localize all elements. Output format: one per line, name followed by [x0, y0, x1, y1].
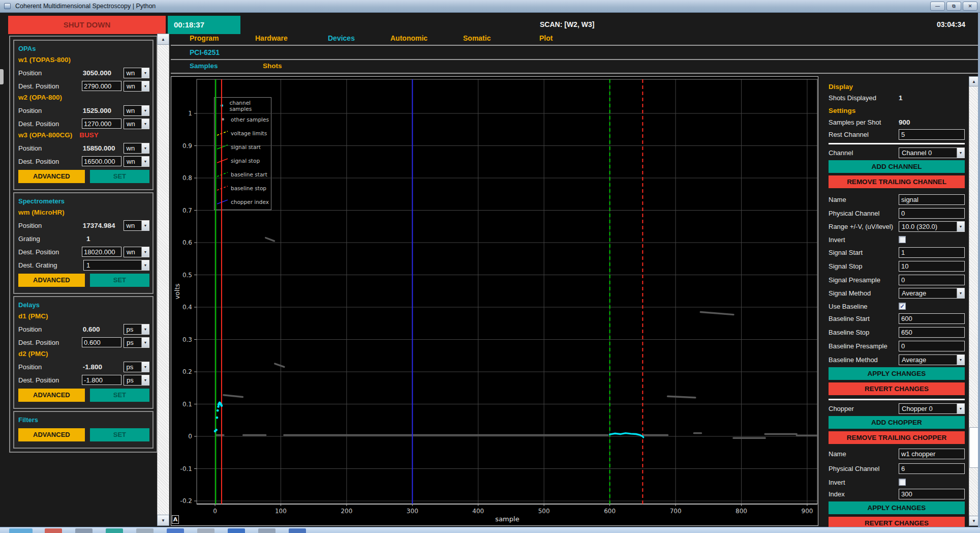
units-dropdown[interactable]: wn▼	[124, 68, 149, 78]
motor-name: w3 (OPA-800CG)BUSY	[18, 130, 149, 141]
tab-samples[interactable]: Samples	[190, 62, 218, 70]
panel-title: Spectrometers	[18, 196, 149, 208]
dest-grating-dropdown[interactable]: 1▼	[83, 260, 149, 271]
window-titlebar[interactable]: Coherent Multidimensional Spectroscopy |…	[0, 0, 980, 13]
taskbar-icon[interactable]	[258, 528, 275, 533]
menu-devices[interactable]: Devices	[328, 34, 355, 42]
tab-shots[interactable]: Shots	[263, 62, 282, 70]
taskbar-icon[interactable]	[45, 528, 62, 533]
chopper-invert-checkbox[interactable]	[899, 479, 906, 486]
signal-presample-input[interactable]	[899, 275, 965, 285]
units-dropdown[interactable]: wn▼	[124, 247, 149, 257]
shots-displayed-value: 1	[899, 94, 965, 102]
chopper-dropdown[interactable]: Chopper 0▼	[899, 403, 965, 414]
dest-position-input[interactable]	[82, 247, 121, 257]
set-button[interactable]: SET	[90, 170, 149, 183]
plot-corner-label[interactable]: A	[172, 515, 179, 524]
chopper-name-input[interactable]	[899, 449, 965, 459]
add-chopper-button[interactable]: ADD CHOPPER	[829, 416, 965, 429]
channel-name-input[interactable]	[899, 194, 965, 205]
units-dropdown[interactable]: wn▼	[124, 220, 149, 231]
taskbar-icon[interactable]	[167, 528, 184, 533]
units-dropdown[interactable]: ps▼	[124, 362, 149, 372]
scroll-down-icon[interactable]: ▼	[157, 515, 169, 526]
scrollbar-thumb[interactable]	[969, 427, 978, 468]
menu-somatic[interactable]: Somatic	[463, 34, 491, 42]
svg-text:100: 100	[275, 508, 287, 515]
chevron-down-icon: ▼	[141, 247, 149, 257]
physical-channel-input[interactable]	[899, 208, 965, 219]
set-button[interactable]: SET	[90, 389, 149, 402]
dest-position-input[interactable]	[82, 375, 121, 385]
revert-changes-button[interactable]: REVERT CHANGES	[829, 382, 965, 395]
divider	[171, 45, 980, 46]
set-button[interactable]: SET	[90, 274, 149, 287]
position-value: 17374.984	[83, 222, 121, 229]
units-dropdown[interactable]: ps▼	[124, 337, 149, 348]
apply-changes-button[interactable]: APPLY CHANGES	[829, 367, 965, 380]
tab-pci-6251[interactable]: PCI-6251	[190, 48, 220, 56]
dest-position-input[interactable]	[82, 337, 121, 347]
chopper-apply-changes-button[interactable]: APPLY CHANGES	[829, 501, 965, 514]
range-dropdown[interactable]: 10.0 (320.0)▼	[899, 221, 965, 232]
advanced-button[interactable]: ADVANCED	[18, 274, 85, 287]
invert-checkbox[interactable]	[899, 236, 906, 243]
restore-button[interactable]: ⧉	[946, 2, 961, 11]
dest-position-row: Dest. Position wn▼	[18, 117, 149, 130]
units-dropdown[interactable]: wn▼	[124, 81, 149, 92]
dest-position-row: Dest. Position wn▼	[18, 79, 149, 93]
signal-start-input[interactable]	[899, 247, 965, 258]
units-dropdown[interactable]: wn▼	[124, 143, 149, 154]
taskbar[interactable]	[0, 527, 980, 533]
advanced-button[interactable]: ADVANCED	[18, 170, 85, 183]
menu-program[interactable]: Program	[190, 34, 219, 42]
chevron-down-icon: ▼	[957, 355, 964, 365]
taskbar-icon[interactable]	[197, 528, 215, 533]
filters-panel: Filters ADVANCED SET	[13, 411, 154, 449]
units-dropdown[interactable]: wn▼	[124, 156, 149, 167]
taskbar-icon[interactable]	[136, 528, 154, 533]
elapsed-timer: 00:18:37	[168, 16, 240, 34]
dest-position-input[interactable]	[82, 81, 121, 91]
chopper-physical-channel-input[interactable]	[899, 463, 965, 474]
taskbar-icon[interactable]	[106, 528, 123, 533]
baseline-method-dropdown[interactable]: Average▼	[899, 354, 965, 365]
units-dropdown[interactable]: ps▼	[124, 324, 149, 335]
remove-trailing-chopper-button[interactable]: REMOVE TRAILING CHOPPER	[829, 431, 965, 444]
dest-position-input[interactable]	[82, 119, 121, 129]
baseline-presample-input[interactable]	[899, 341, 965, 351]
advanced-button[interactable]: ADVANCED	[18, 428, 85, 441]
taskbar-icon[interactable]	[289, 528, 306, 533]
menu-plot[interactable]: Plot	[539, 34, 553, 42]
close-button[interactable]: ✕	[963, 2, 977, 11]
main-vertical-scrollbar[interactable]	[157, 34, 169, 526]
taskbar-icon[interactable]	[75, 528, 93, 533]
scroll-down-icon[interactable]: ▼	[969, 516, 979, 526]
minimize-button[interactable]: —	[930, 2, 945, 11]
remove-trailing-channel-button[interactable]: REMOVE TRAILING CHANNEL	[829, 175, 965, 188]
units-dropdown[interactable]: wn▼	[124, 105, 149, 116]
shutdown-button[interactable]: SHUT DOWN	[8, 16, 166, 34]
rest-channel-input[interactable]	[899, 129, 965, 140]
taskbar-icon[interactable]	[228, 528, 245, 533]
set-button[interactable]: SET	[90, 428, 149, 441]
channel-dropdown[interactable]: Channel 0▼	[899, 147, 965, 158]
units-dropdown[interactable]: wn▼	[124, 119, 149, 129]
signal-stop-input[interactable]	[899, 261, 965, 272]
add-channel-button[interactable]: ADD CHANNEL	[829, 160, 965, 173]
scroll-up-icon[interactable]: ▲	[157, 34, 169, 45]
menu-autonomic[interactable]: Autonomic	[390, 34, 427, 42]
baseline-stop-input[interactable]	[899, 327, 965, 338]
menu-hardware[interactable]: Hardware	[255, 34, 288, 42]
dest-position-input[interactable]	[82, 156, 121, 166]
taskbar-start-icon[interactable]	[9, 528, 33, 533]
signal-method-dropdown[interactable]: Average▼	[899, 288, 965, 299]
use-baseline-checkbox[interactable]: ✓	[899, 303, 906, 310]
baseline-start-input[interactable]	[899, 313, 965, 324]
samples-plot-canvas[interactable]: channel samplesother samplesvoltage limi…	[171, 76, 818, 526]
scroll-up-icon[interactable]: ▲	[969, 76, 979, 86]
chopper-index-input[interactable]	[899, 489, 965, 499]
chevron-down-icon: ▼	[957, 404, 964, 413]
units-dropdown[interactable]: ps▼	[124, 375, 149, 386]
advanced-button[interactable]: ADVANCED	[18, 389, 85, 402]
